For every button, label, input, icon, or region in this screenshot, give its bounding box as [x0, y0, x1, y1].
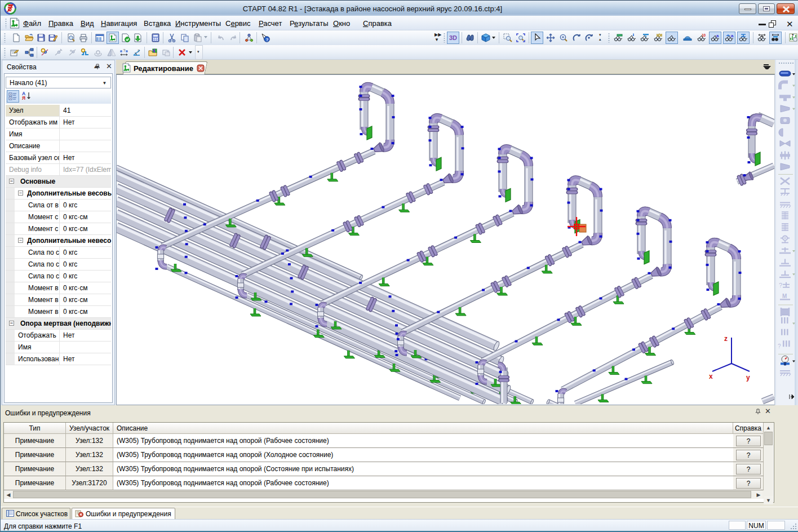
svg-text:?: ?: [123, 48, 126, 52]
svg-text:x: x: [709, 373, 713, 380]
svg-text:?: ?: [138, 49, 140, 53]
svg-text:3D: 3D: [449, 34, 457, 41]
svg-text:a: a: [731, 33, 734, 38]
svg-text:10: 10: [702, 33, 706, 37]
svg-text:?: ?: [266, 37, 269, 42]
svg-text:?: ?: [778, 343, 781, 349]
svg-text:?: ?: [779, 282, 782, 289]
svg-text:y: y: [746, 374, 750, 382]
svg-text:z: z: [724, 335, 728, 343]
svg-text:Я: Я: [22, 95, 25, 101]
svg-text:a: a: [716, 33, 719, 38]
svg-text:M: M: [782, 293, 787, 299]
